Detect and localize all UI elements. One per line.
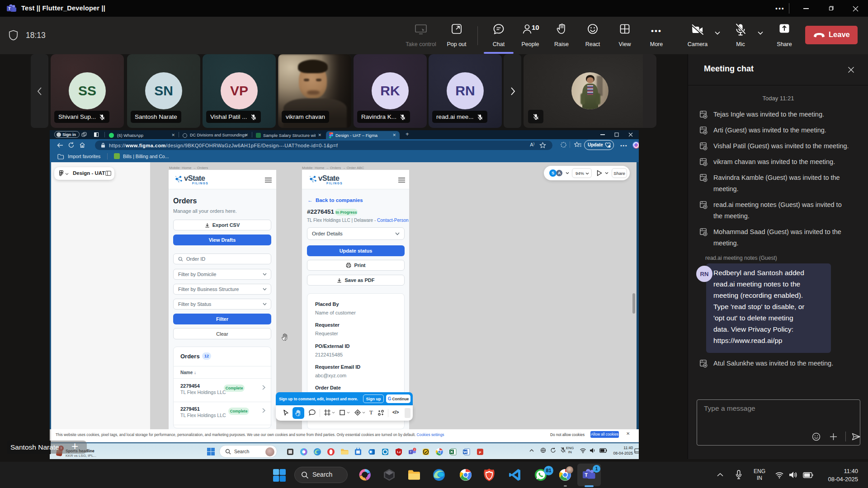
svg-text:P: P	[479, 451, 481, 454]
svg-text:T: T	[410, 450, 412, 454]
svg-text:T: T	[8, 6, 11, 11]
svg-text:2: 2	[414, 448, 415, 451]
svg-text:T: T	[585, 472, 588, 478]
